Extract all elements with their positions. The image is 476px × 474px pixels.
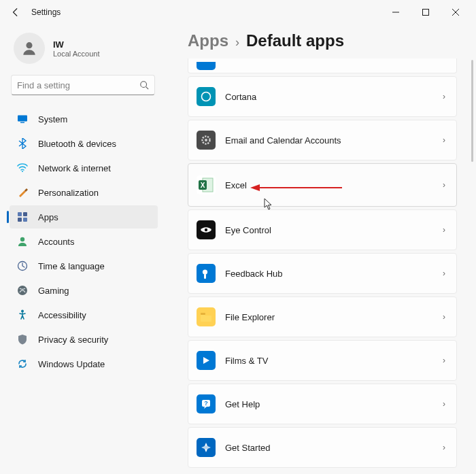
avatar <box>14 33 45 64</box>
sidebar-item-label: Time & language <box>38 261 105 271</box>
titlebar: Settings <box>0 0 476 24</box>
app-row-films-tv[interactable]: Films & TV › <box>188 340 457 381</box>
breadcrumb: Apps › Default apps <box>188 31 458 50</box>
chevron-right-icon: › <box>443 92 445 101</box>
clock-icon <box>16 260 29 272</box>
svg-rect-8 <box>20 122 24 123</box>
sidebar: IW Local Account System Bluetooth & devi… <box>0 24 163 474</box>
back-button[interactable] <box>5 2 26 22</box>
bluetooth-icon <box>16 137 29 150</box>
search-input[interactable] <box>17 80 139 90</box>
sidebar-item-time[interactable]: Time & language <box>10 254 158 277</box>
svg-point-17 <box>21 310 24 313</box>
chevron-right-icon: › <box>235 35 239 50</box>
svg-point-14 <box>20 237 24 241</box>
svg-point-18 <box>202 92 211 101</box>
app-label: Feedback Hub <box>225 269 443 279</box>
scrollbar-thumb[interactable] <box>471 60 473 162</box>
account-name: IW <box>53 39 100 50</box>
window-title: Settings <box>31 7 61 17</box>
app-row-get-help[interactable]: ? Get Help › <box>188 384 457 424</box>
svg-point-20 <box>205 139 207 141</box>
breadcrumb-parent[interactable]: Apps <box>188 31 228 50</box>
svg-marker-27 <box>203 357 209 364</box>
folder-icon <box>197 307 216 326</box>
app-label: Email and Calendar Accounts <box>225 135 443 146</box>
sidebar-item-label: Network & internet <box>38 163 111 173</box>
sidebar-item-privacy[interactable]: Privacy & security <box>10 328 158 351</box>
sidebar-item-network[interactable]: Network & internet <box>10 156 158 180</box>
sidebar-item-apps[interactable]: Apps <box>10 205 158 228</box>
window-controls <box>381 2 471 22</box>
svg-text:X: X <box>201 182 205 189</box>
sidebar-item-label: Privacy & security <box>38 335 108 345</box>
compass-icon <box>197 438 216 457</box>
chevron-right-icon: › <box>443 135 445 145</box>
app-label: Cortana <box>225 92 443 102</box>
app-label: Films & TV <box>225 356 443 366</box>
account-block[interactable]: IW Local Account <box>10 29 158 75</box>
app-row-partial[interactable] <box>188 58 457 73</box>
close-button[interactable] <box>441 2 471 22</box>
chevron-right-icon: › <box>443 399 445 409</box>
svg-rect-26 <box>201 313 205 315</box>
sidebar-item-system[interactable]: System <box>10 107 158 131</box>
svg-point-24 <box>205 228 207 231</box>
person-icon <box>16 235 29 248</box>
app-row-email-calendar[interactable]: Email and Calendar Accounts › <box>188 120 457 160</box>
help-icon: ? <box>197 394 216 413</box>
app-row-eye-control[interactable]: Eye Control › <box>188 209 457 250</box>
app-label: Get Help <box>225 399 443 409</box>
arrow-left-icon <box>11 7 20 17</box>
sidebar-item-label: Gaming <box>38 286 69 296</box>
sidebar-item-label: Apps <box>38 212 58 222</box>
apps-icon <box>16 211 29 223</box>
chevron-right-icon: › <box>443 356 445 365</box>
search-icon <box>139 80 149 90</box>
sidebar-item-label: Bluetooth & devices <box>38 139 116 149</box>
app-row-file-explorer[interactable]: File Explorer › <box>188 297 457 337</box>
accessibility-icon <box>16 309 29 321</box>
minimize-button[interactable] <box>381 2 411 22</box>
svg-line-6 <box>146 87 149 90</box>
sidebar-item-personalization[interactable]: Personalization <box>10 181 158 204</box>
sidebar-item-accounts[interactable]: Accounts <box>10 230 158 253</box>
chevron-right-icon: › <box>443 225 445 235</box>
excel-icon: X <box>197 175 216 194</box>
sidebar-item-label: Windows Update <box>38 359 105 369</box>
chevron-right-icon: › <box>443 443 445 452</box>
sidebar-item-label: Accounts <box>38 237 74 247</box>
app-label: Eye Control <box>225 225 443 235</box>
svg-point-9 <box>22 171 23 172</box>
app-label: File Explorer <box>225 312 443 322</box>
paintbrush-icon <box>16 186 29 199</box>
app-row-cortana[interactable]: Cortana › <box>188 76 457 117</box>
sidebar-item-label: System <box>38 114 67 124</box>
app-row-get-started[interactable]: Get Started › <box>188 427 457 468</box>
sidebar-item-gaming[interactable]: Gaming <box>10 279 158 302</box>
sidebar-item-update[interactable]: Windows Update <box>10 352 158 375</box>
sidebar-item-label: Personalization <box>38 188 99 198</box>
svg-rect-1 <box>423 10 429 16</box>
app-row-feedback-hub[interactable]: Feedback Hub › <box>188 253 457 294</box>
app-row-excel[interactable]: X Excel › <box>188 163 457 207</box>
person-icon <box>20 39 38 57</box>
default-apps-list[interactable]: Cortana › Email and Calendar Accounts › … <box>188 58 458 474</box>
svg-point-5 <box>141 82 147 88</box>
svg-marker-31 <box>201 445 211 450</box>
content: IW Local Account System Bluetooth & devi… <box>0 24 476 474</box>
maximize-button[interactable] <box>411 2 441 22</box>
app-label: Get Started <box>225 443 443 453</box>
svg-rect-12 <box>18 218 22 222</box>
display-icon <box>16 113 29 125</box>
search-box[interactable] <box>11 75 155 95</box>
svg-rect-11 <box>23 212 27 216</box>
svg-rect-13 <box>23 218 27 222</box>
sidebar-item-accessibility[interactable]: Accessibility <box>10 303 158 326</box>
shield-icon <box>16 333 29 345</box>
account-type: Local Account <box>53 50 100 58</box>
maximize-icon <box>422 9 429 16</box>
svg-rect-7 <box>18 116 27 122</box>
sidebar-item-bluetooth[interactable]: Bluetooth & devices <box>10 132 158 155</box>
breadcrumb-current: Default apps <box>246 31 344 50</box>
